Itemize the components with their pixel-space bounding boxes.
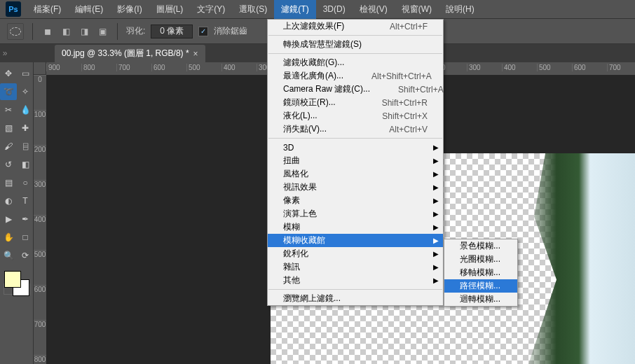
- feather-label: 羽化:: [126, 25, 145, 37]
- submenu-item-label: 移軸模糊...: [460, 267, 500, 279]
- menu-item[interactable]: 模糊收藏館▶: [268, 234, 443, 247]
- menu-item-shortcut: Alt+Ctrl+F: [390, 22, 428, 31]
- menu-item-label: 模糊: [283, 221, 300, 233]
- submenu-item[interactable]: 路徑模糊...: [444, 279, 517, 293]
- menu-file[interactable]: 檔案(F): [27, 0, 68, 19]
- submenu-arrow-icon: ▶: [433, 157, 439, 164]
- menu-3d[interactable]: 3D(D): [316, 0, 353, 19]
- menu-item[interactable]: 上次濾鏡效果(F)Alt+Ctrl+F: [268, 20, 443, 33]
- menu-type[interactable]: 文字(Y): [190, 0, 232, 19]
- lasso-tool[interactable]: ➰: [0, 83, 17, 100]
- history-brush-tool[interactable]: ↺: [0, 156, 17, 173]
- add-selection-icon[interactable]: ◧: [60, 25, 72, 38]
- menu-item[interactable]: 演算上色▶: [268, 207, 443, 220]
- fg-color-swatch[interactable]: [4, 271, 21, 288]
- gradient-tool[interactable]: ▤: [0, 174, 17, 191]
- blur-gallery-submenu: 景色模糊...光圈模糊...移軸模糊...路徑模糊...迴轉模糊...: [444, 239, 518, 307]
- menu-item[interactable]: 液化(L)...Shift+Ctrl+X: [268, 109, 443, 122]
- eyedropper-tool[interactable]: 💧: [17, 102, 34, 118]
- brush-tool[interactable]: 🖌: [0, 138, 17, 155]
- ruler-tick: 500: [186, 64, 221, 71]
- healing-brush-tool[interactable]: ✚: [17, 120, 34, 136]
- submenu-arrow-icon: ▶: [433, 183, 439, 191]
- menu-item-shortcut: Shift+Ctrl+X: [382, 111, 428, 121]
- eraser-tool[interactable]: ◧: [17, 156, 34, 173]
- submenu-item[interactable]: 光圈模糊...: [444, 253, 517, 266]
- menu-layer[interactable]: 圖層(L): [149, 0, 191, 19]
- document-tab-title: 00.jpg @ 33.3% (圖層 1, RGB/8) *: [62, 48, 189, 59]
- pen-tool[interactable]: ✒: [17, 211, 34, 227]
- menu-item-label: Camera Raw 濾鏡(C)...: [283, 83, 370, 95]
- menu-item[interactable]: Camera Raw 濾鏡(C)...Shift+Ctrl+A: [268, 83, 443, 96]
- type-tool[interactable]: T: [17, 192, 34, 209]
- menu-item-shortcut: Shift+Ctrl+R: [382, 98, 428, 108]
- active-tool-icon[interactable]: [7, 23, 24, 40]
- submenu-arrow-icon: ▶: [433, 223, 439, 231]
- menu-item[interactable]: 其他▶: [268, 274, 443, 287]
- submenu-arrow-icon: ▶: [433, 276, 439, 284]
- menu-item-shortcut: Alt+Ctrl+V: [389, 125, 428, 134]
- menu-edit[interactable]: 編輯(E): [68, 0, 110, 19]
- ruler-tick: 600: [34, 285, 46, 320]
- ruler-tick: 100: [34, 110, 46, 145]
- subtract-selection-icon[interactable]: ◨: [78, 25, 90, 38]
- intersect-selection-icon[interactable]: ▣: [96, 25, 109, 38]
- clone-stamp-tool[interactable]: ⌸: [17, 138, 34, 155]
- rectangle-tool[interactable]: □: [17, 229, 34, 246]
- menu-item[interactable]: 最適化廣角(A)...Alt+Shift+Ctrl+A: [268, 69, 443, 83]
- menu-item-shortcut: Alt+Shift+Ctrl+A: [371, 71, 432, 81]
- submenu-item[interactable]: 移軸模糊...: [444, 266, 517, 279]
- frame-tool[interactable]: ▧: [0, 120, 17, 136]
- ruler-tick: 700: [607, 64, 635, 71]
- menu-item[interactable]: 視訊效果▶: [268, 181, 443, 194]
- close-tab-icon[interactable]: ×: [193, 49, 198, 59]
- menu-item[interactable]: 鏡頭校正(R)...Shift+Ctrl+R: [268, 96, 443, 109]
- blur-tool[interactable]: ○: [17, 174, 34, 191]
- menu-item[interactable]: 濾鏡收藏館(G)...: [268, 56, 443, 69]
- menu-item-label: 銳利化: [283, 248, 308, 260]
- magic-wand-tool[interactable]: ✧: [17, 83, 34, 100]
- menu-item[interactable]: 3D▶: [268, 141, 443, 154]
- zoom-tool[interactable]: 🔍: [0, 247, 17, 264]
- vertical-ruler[interactable]: 0100200300400500600700800: [34, 75, 46, 364]
- move-tool[interactable]: ✥: [0, 65, 17, 82]
- menu-select[interactable]: 選取(S): [232, 0, 274, 19]
- tabbar-expand-icon[interactable]: »: [0, 44, 10, 62]
- menu-item[interactable]: 風格化▶: [268, 167, 443, 181]
- hand-tool[interactable]: ✋: [0, 229, 17, 246]
- submenu-item[interactable]: 景色模糊...: [444, 239, 517, 253]
- menu-item[interactable]: 消失點(V)...Alt+Ctrl+V: [268, 122, 443, 136]
- menu-item-label: 最適化廣角(A)...: [283, 70, 343, 82]
- submenu-item-label: 迴轉模糊...: [460, 293, 500, 305]
- path-select-tool[interactable]: ▶: [0, 211, 17, 227]
- menu-item-label: 視訊效果: [283, 181, 317, 193]
- rect-marquee-tool[interactable]: ▭: [17, 65, 34, 82]
- document-tab[interactable]: 00.jpg @ 33.3% (圖層 1, RGB/8) * ×: [55, 45, 205, 62]
- submenu-arrow-icon: ▶: [433, 250, 439, 258]
- menu-item[interactable]: 銳利化▶: [268, 247, 443, 260]
- menu-filter[interactable]: 濾鏡(T): [274, 0, 315, 19]
- crop-tool[interactable]: ✂: [0, 102, 17, 118]
- antialias-checkbox[interactable]: [198, 27, 208, 36]
- submenu-item-label: 光圈模糊...: [460, 253, 500, 265]
- menubar: Ps 檔案(F) 編輯(E) 影像(I) 圖層(L) 文字(Y) 選取(S) 濾…: [0, 0, 635, 19]
- menu-item-label: 扭曲: [283, 155, 300, 167]
- menu-item[interactable]: 瀏覽網上濾鏡...: [268, 292, 443, 305]
- menu-image[interactable]: 影像(I): [110, 0, 149, 19]
- submenu-item[interactable]: 迴轉模糊...: [444, 293, 517, 306]
- dodge-tool[interactable]: ◐: [0, 192, 17, 209]
- new-selection-icon[interactable]: ◼: [41, 25, 54, 38]
- color-swatches[interactable]: [0, 270, 34, 303]
- submenu-arrow-icon: ▶: [433, 197, 439, 204]
- menu-window[interactable]: 視窗(W): [395, 0, 439, 19]
- menu-item[interactable]: 模糊▶: [268, 220, 443, 234]
- menu-view[interactable]: 檢視(V): [353, 0, 395, 19]
- menu-help[interactable]: 說明(H): [439, 0, 482, 19]
- rotate-view-tool[interactable]: ⟳: [17, 247, 34, 264]
- menu-item-label: 3D: [283, 143, 294, 153]
- menu-item[interactable]: 像素▶: [268, 194, 443, 207]
- feather-input[interactable]: [151, 24, 193, 38]
- menu-item[interactable]: 雜訊▶: [268, 260, 443, 274]
- menu-item[interactable]: 轉換成智慧型濾鏡(S): [268, 38, 443, 51]
- menu-item[interactable]: 扭曲▶: [268, 154, 443, 167]
